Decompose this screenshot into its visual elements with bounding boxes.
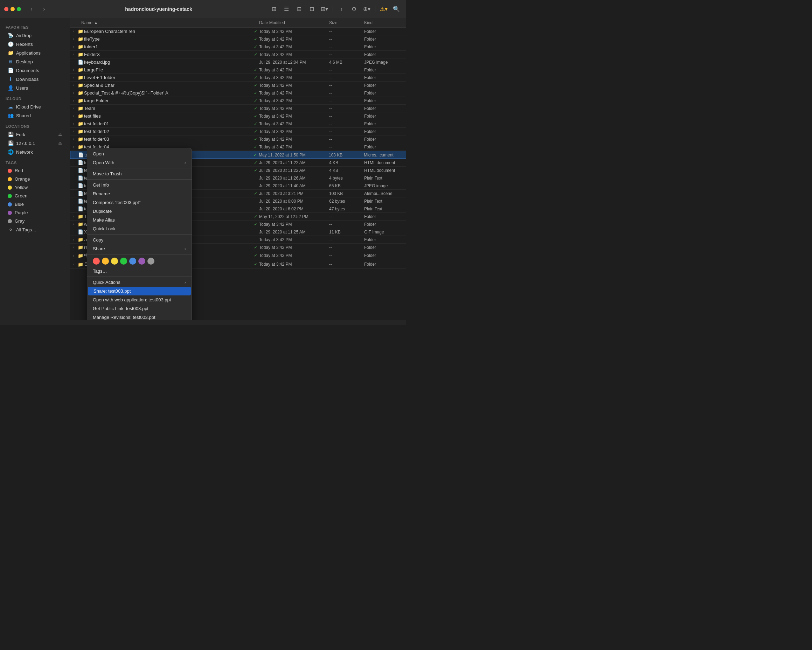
file-expand-icon[interactable]: › [70,122,77,126]
file-expand-icon[interactable]: › [70,215,77,218]
sidebar-item-tag-orange[interactable]: Orange [2,175,67,183]
sidebar-item-ip[interactable]: 💾 127.0.0.1 ⏏ [2,139,67,147]
context-menu-tag-dot[interactable] [129,258,136,265]
sidebar-item-tag-green[interactable]: Green [2,192,67,200]
context-menu-item-share-file[interactable]: Share: test003.ppt [88,287,191,295]
file-expand-icon[interactable]: › [70,145,77,149]
fullscreen-button[interactable] [17,7,21,11]
sidebar-item-network[interactable]: 🌐 Network [2,148,67,156]
file-row[interactable]: › 📁 Level + 1 folder ✓ Today at 3:42 PM … [70,74,406,82]
file-expand-icon[interactable]: › [70,137,77,141]
context-menu-item-copy[interactable]: Copy [87,236,192,244]
context-menu-tag-dot[interactable] [147,258,154,265]
sidebar-item-all-tags[interactable]: ⚬ All Tags… [2,226,67,234]
file-row[interactable]: 📄 keyboard.jpg Jul 29, 2020 at 12:04 PM … [70,58,406,66]
file-row[interactable]: › 📁 European Characters ren ✓ Today at 3… [70,27,406,35]
context-menu-tag-dot[interactable] [93,258,100,265]
file-expand-icon[interactable]: › [70,114,77,118]
context-menu-item-tags-label[interactable]: Tags… [87,267,192,275]
sidebar-item-icloud-drive[interactable]: ☁ iCloud Drive [2,102,67,111]
file-row[interactable]: › 📁 targetFolder ✓ Today at 3:42 PM -- F… [70,97,406,105]
context-menu-item-make-alias[interactable]: Make Alias [87,216,192,224]
sidebar-item-airdrop[interactable]: 📡 AirDrop [2,31,67,40]
context-menu-tag-dot[interactable] [138,258,145,265]
file-expand-icon[interactable]: › [70,222,77,226]
context-menu-item-compress[interactable]: Compress "test003.ppt" [87,198,192,207]
context-menu[interactable]: OpenOpen With›Move to TrashGet InfoRenam… [87,148,192,320]
gallery-view-button[interactable]: ⊡ [306,4,317,14]
file-expand-icon[interactable]: › [70,76,77,79]
context-menu-tag-dot[interactable] [102,258,109,265]
file-expand-icon[interactable]: › [70,262,77,266]
file-expand-icon[interactable]: › [70,246,77,249]
context-menu-item-quick-actions[interactable]: Quick Actions› [87,278,192,287]
sidebar-item-recents[interactable]: 🕐 Recents [2,40,67,48]
sidebar-item-tag-yellow[interactable]: Yellow [2,183,67,191]
search-button[interactable]: 🔍 [391,4,402,14]
file-row[interactable]: › 📁 Special & Char ✓ Today at 3:42 PM --… [70,82,406,89]
file-expand-icon[interactable]: › [70,37,77,41]
context-menu-tag-dot[interactable] [111,258,118,265]
col-header-kind[interactable]: Kind [364,20,406,25]
sidebar-item-tag-red[interactable]: Red [2,166,67,175]
file-row[interactable]: › 📁 test folder02 ✓ Today at 3:42 PM -- … [70,128,406,136]
file-row[interactable]: › 📁 FolderX ✓ Today at 3:42 PM -- Folder [70,51,406,58]
sidebar-item-documents[interactable]: 📄 Documents [2,66,67,75]
forward-button[interactable]: › [39,4,49,14]
context-menu-item-quick-look[interactable]: Quick Look [87,224,192,233]
sidebar-item-users[interactable]: 👤 Users [2,84,67,92]
file-row[interactable]: › 📁 LargeFile ✓ Today at 3:42 PM -- Fold… [70,66,406,74]
file-expand-icon[interactable]: › [70,83,77,87]
list-view-button[interactable]: ☰ [281,4,292,14]
file-expand-icon[interactable]: › [70,107,77,110]
file-expand-icon[interactable]: › [70,29,77,33]
context-menu-item-move-trash[interactable]: Move to Trash [87,169,192,178]
back-button[interactable]: ‹ [27,4,37,14]
fork-eject-icon[interactable]: ⏏ [58,132,62,137]
file-row[interactable]: › 📁 Team ✓ Today at 3:42 PM -- Folder [70,105,406,112]
file-expand-icon[interactable]: › [70,130,77,133]
file-expand-icon[interactable]: › [70,45,77,49]
sidebar-item-tag-blue[interactable]: Blue [2,200,67,208]
col-header-date[interactable]: Date Modified [259,20,329,25]
file-expand-icon[interactable]: › [70,91,77,95]
context-menu-item-rename[interactable]: Rename [87,189,192,198]
sidebar-item-tag-purple[interactable]: Purple [2,209,67,217]
file-row[interactable]: › 📁 test folder01 ✓ Today at 3:42 PM -- … [70,120,406,128]
tag-button[interactable]: ⚙ [348,4,360,14]
more-button[interactable]: ⊕▾ [361,4,372,14]
sidebar-item-applications[interactable]: 📁 Applications [2,49,67,57]
column-view-button[interactable]: ⊟ [293,4,305,14]
sidebar-item-shared[interactable]: 👥 Shared [2,111,67,120]
share-button[interactable]: ↑ [336,4,347,14]
col-header-size[interactable]: Size [329,20,364,25]
file-expand-icon[interactable]: › [70,99,77,102]
sidebar-item-tag-gray[interactable]: Gray [2,217,67,225]
arrange-button[interactable]: ⊞▾ [319,4,330,14]
sidebar-item-downloads[interactable]: ⬇ Downloads [2,75,67,83]
grid-view-button[interactable]: ⊞ [268,4,279,14]
context-menu-item-get-info[interactable]: Get Info [87,181,192,189]
file-expand-icon[interactable]: › [70,68,77,72]
file-expand-icon[interactable]: › [70,254,77,258]
context-menu-item-open[interactable]: Open [87,150,192,158]
context-menu-item-open-with[interactable]: Open With› [87,158,192,167]
file-row[interactable]: › 📁 Special_Test & #+-@,(Copy)$!`~'Folde… [70,89,406,97]
context-menu-item-open-web[interactable]: Open with web application: test003.ppt [87,295,192,304]
file-row[interactable]: › 📁 fileType ✓ Today at 3:42 PM -- Folde… [70,35,406,43]
context-menu-item-manage-revisions[interactable]: Manage Revisions: test003.ppt [87,313,192,320]
warning-button[interactable]: ⚠▾ [378,4,389,14]
context-menu-item-share[interactable]: Share› [87,244,192,253]
file-row[interactable]: › 📁 test folder03 ✓ Today at 3:42 PM -- … [70,136,406,143]
ip-eject-icon[interactable]: ⏏ [58,141,62,146]
file-row[interactable]: › 📁 folder1 ✓ Today at 3:42 PM -- Folder [70,43,406,51]
file-expand-icon[interactable]: › [70,238,77,241]
context-menu-item-get-public-link[interactable]: Get Public Link: test003.ppt [87,304,192,313]
file-row[interactable]: › 📁 test files ✓ Today at 3:42 PM -- Fol… [70,112,406,120]
context-menu-tag-dot[interactable] [120,258,127,265]
context-menu-item-duplicate[interactable]: Duplicate [87,207,192,216]
file-expand-icon[interactable]: › [70,52,77,56]
minimize-button[interactable] [11,7,15,11]
sidebar-item-desktop[interactable]: 🖥 Desktop [2,57,67,66]
sidebar-item-fork[interactable]: 💾 Fork ⏏ [2,130,67,139]
